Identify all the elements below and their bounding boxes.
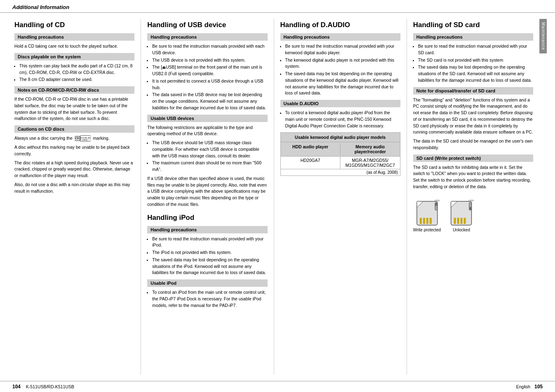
daudio-precautions-header: Handling precautions: [280, 33, 400, 41]
sdcard-precautions-list: Be sure to read the instruction manual p…: [413, 43, 533, 84]
svg-rect-19: [460, 218, 462, 224]
daudio-usable-list: To control a kenwood digital audio playe…: [280, 110, 400, 129]
sdcard-write-protect-header: SD card (Write protect switch): [413, 154, 533, 162]
sdcard-disposal-header: Note for disposal/transfer of SD card: [413, 87, 533, 95]
svg-text:CD: CD: [75, 137, 79, 140]
list-item: This system can play back the audio part…: [19, 63, 134, 76]
write-protected-image-wrapper: LOCK ↑ Write protected: [413, 195, 441, 232]
svg-text:DIGITAL AUDIO: DIGITAL AUDIO: [81, 137, 90, 139]
cd-discs-list: This system can play back the audio part…: [14, 63, 134, 83]
cd-cautions-body3: A disc without this marking may be unabl…: [14, 144, 134, 157]
list-item: The maximum current drain should be no m…: [152, 160, 267, 173]
svg-rect-20: [464, 218, 466, 224]
daudio-section-title: Handling of D.AUDIO: [280, 21, 400, 29]
svg-rect-8: [423, 218, 425, 224]
list-item: The data saved in the USB device may be …: [152, 92, 267, 111]
list-item: To control a kenwood digital audio playe…: [285, 110, 400, 129]
main-content: Handling of CD Handling precautions Hold…: [0, 13, 555, 381]
ipod-precautions-list: Be sure to read the instruction manuals …: [147, 236, 267, 277]
list-item: The kenwood digital audio player is not …: [285, 57, 400, 70]
unlocked-sd-icon: LOCK ↑: [449, 195, 474, 226]
table-col1-header: HDD audio player: [281, 143, 341, 155]
list-item: The USB device should be USB mass storag…: [152, 140, 267, 159]
footer-left: 104 K-511USB/RD-K511USB: [12, 384, 74, 390]
table-cell-memory: MGR-A7/M2GD55/ M1GD55/M1GC7/M2GC7: [340, 157, 400, 169]
write-protected-sd-icon: LOCK ↑: [415, 195, 439, 226]
cd-cautions-body5: Also, do not use a disc with a non-circu…: [14, 182, 134, 195]
cd-section-title: Handling of CD: [14, 21, 134, 29]
cd-precautions-header: Handling precautions: [14, 33, 134, 41]
list-item: To control an iPod from the main unit or…: [152, 289, 267, 309]
right-sidebar: Maintenance: [539, 19, 547, 375]
usb-symbol-icon: ⏏: [162, 64, 166, 70]
sidebar-maintenance-label: Maintenance: [539, 19, 547, 53]
cd-cautions-header: Cautions on CD discs: [14, 125, 134, 133]
list-item: It is not permitted to connect a USB dev…: [152, 78, 267, 91]
table-row: HD20GA7 MGR-A7/M2GD55/ M1GD55/M1GC7/M2GC…: [281, 156, 400, 169]
ipod-usable-header: Usable iPod: [147, 279, 267, 287]
svg-text:LOCK: LOCK: [435, 199, 439, 202]
list-item: The SD card is not provided with this sy…: [418, 57, 533, 64]
svg-rect-10: [430, 218, 432, 224]
list-item: Be sure to read the instruction manual p…: [418, 43, 533, 56]
svg-text:COMPACT: COMPACT: [81, 139, 89, 141]
sdcard-precautions-header: Handling precautions: [413, 33, 533, 41]
svg-rect-12: [435, 203, 437, 206]
unlocked-image-wrapper: LOCK ↑ Unlocked: [449, 195, 474, 232]
list-item: The iPod is not provided with this syste…: [152, 249, 267, 256]
write-protected-label: Write protected: [413, 228, 441, 232]
list-item: Be sure to read the instruction manuals …: [152, 43, 267, 56]
ipod-usable-list: To control an iPod from the main unit or…: [147, 289, 267, 309]
page-header: Additional Information: [0, 0, 555, 13]
list-item: The saved data may be lost depending on …: [152, 257, 267, 276]
footer-label-left: K-511USB/RD-K511USB: [26, 384, 74, 389]
usb-devices-header: Usable USB devices: [147, 115, 267, 122]
cd-cautions-body1: Always use a disc carrying the CD DIGITA…: [14, 135, 134, 142]
svg-text:↑: ↑: [435, 210, 437, 212]
sdcard-disposal-body: The "formatting" and "deletion" function…: [413, 97, 533, 136]
footer-page-left: 104: [12, 384, 21, 390]
ipod-precautions-header: Handling precautions: [147, 226, 267, 233]
footer-page-right: 105: [534, 384, 543, 390]
cd-precautions-body: Hold a CD taking care not to touch the p…: [14, 43, 134, 50]
list-item: Be sure to read the instruction manual p…: [285, 43, 400, 56]
usb-devices-body2: If a USB device other than specified abo…: [147, 175, 267, 208]
sdcard-write-protect-body: The SD card a switch for inhibiting data…: [413, 164, 533, 190]
compact-disc-logo-icon: CD DIGITAL AUDIO COMPACT: [75, 135, 90, 142]
daudio-table: Usable kenwood digital audio player mode…: [280, 132, 400, 176]
table-main-header: Usable kenwood digital audio player mode…: [281, 134, 400, 141]
table-note: (as of Aug. 2008): [281, 169, 400, 175]
sd-card-images: LOCK ↑ Write protected: [413, 195, 533, 232]
svg-text:LOCK: LOCK: [469, 199, 474, 202]
svg-rect-7: [420, 218, 422, 224]
cd-cautions-body4: The disc rotates at a high speed during …: [14, 160, 134, 179]
cd-discs-header: Discs playable on the system: [14, 53, 134, 60]
footer-right: English 105: [516, 384, 543, 390]
col-sdcard: Handling of SD card Handling precautions…: [407, 19, 539, 375]
page-container: Additional Information Handling of CD Ha…: [0, 0, 555, 392]
usb-section-title: Handling of USB device: [147, 21, 267, 29]
usb-devices-list: The USB device should be USB mass storag…: [147, 140, 267, 173]
col-cd: Handling of CD Handling precautions Hold…: [8, 19, 141, 375]
table-col-headers: HDD audio player Memory audio player/rec…: [281, 142, 400, 156]
header-title: Additional Information: [12, 4, 69, 10]
ipod-section-title: Handling iPod: [147, 214, 267, 222]
cd-notes-body: If the CD-ROM, CD-R or CD-RW disc in use…: [14, 96, 134, 122]
usb-precautions-list: Be sure to read the instruction manuals …: [147, 43, 267, 111]
col-usb: Handling of USB device Handling precauti…: [141, 19, 274, 375]
svg-rect-17: [454, 218, 456, 224]
list-item: The USB device is not provided with this…: [152, 57, 267, 64]
sdcard-disposal-body2: The data in the SD card should be manage…: [413, 138, 533, 151]
list-item: The saved data may be lost depending on …: [418, 64, 533, 83]
svg-rect-9: [426, 218, 428, 224]
svg-text:↑: ↑: [469, 210, 471, 212]
page-footer: 104 K-511USB/RD-K511USB English 105: [0, 381, 555, 392]
list-item: Be sure to read the instruction manuals …: [152, 236, 267, 249]
sdcard-section-title: Handling of SD card: [413, 21, 533, 29]
usb-devices-body: The following restrictions are applicabl…: [147, 125, 267, 138]
table-cell-hdd: HD20GA7: [281, 157, 341, 169]
footer-lang-label: English: [516, 384, 530, 389]
usb-precautions-header: Handling precautions: [147, 33, 267, 41]
daudio-precautions-list: Be sure to read the instruction manual p…: [280, 43, 400, 97]
unlocked-label: Unlocked: [453, 228, 470, 232]
